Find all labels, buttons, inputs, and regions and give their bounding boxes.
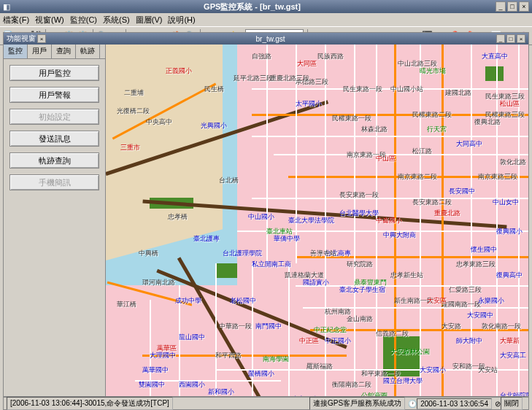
map-label: 大安區 — [427, 296, 447, 306]
map-label: 台北橋 — [219, 176, 239, 185]
street — [252, 136, 528, 137]
map-label: 仁愛路三段 — [449, 285, 482, 295]
map-label: 新和國小 — [208, 387, 234, 396]
map-label: 光興國小 — [201, 121, 227, 131]
menu-file[interactable]: 檔案(F) — [3, 15, 29, 26]
map-label: 華江橋 — [117, 300, 136, 309]
map-canvas: 自強路正義國小太平國小大同區光興國小三重市中央高中台北護理學院延平北路三段民權東… — [106, 45, 528, 396]
map-label: 重慶北路 — [434, 209, 460, 218]
map-label: 研究院路 — [347, 260, 373, 269]
map-label: 大安路 — [442, 322, 461, 331]
park — [215, 263, 237, 278]
map-label: 建國北路 — [445, 88, 471, 98]
map-label: 松江路 — [412, 147, 432, 156]
status-close[interactable]: 關閉 — [501, 397, 523, 410]
map-label: 衡陽南路二段 — [332, 380, 371, 390]
map-label: 中興大附商 — [383, 231, 416, 240]
content-area: 監控用戶查詢軌跡 用戶監控用戶警報初始設定發送訊息軌跡查詢手機簡訊 — [4, 45, 528, 396]
sidebar-button-0[interactable]: 用戶監控 — [9, 65, 99, 81]
minimize-button[interactable]: _ — [496, 1, 506, 12]
map-label: 台北醫學大學 — [339, 209, 379, 218]
sidebar-button-4[interactable]: 軌跡查詢 — [9, 152, 99, 169]
map-label: 大安國小 — [420, 365, 446, 375]
map-label: 臺北車站 — [266, 227, 293, 236]
menu-window[interactable]: 視窗(W) — [35, 15, 64, 26]
sub-window: 功能視窗 × br_tw.gst _ □ × 監控用戶查詢軌跡 用戶監控用戶警報… — [3, 32, 529, 397]
map-label: 老松國中 — [230, 296, 256, 306]
app-icon: ◧ — [3, 2, 10, 12]
maximize-button[interactable]: □ — [507, 1, 517, 12]
tab-1[interactable]: 用戶 — [28, 45, 52, 58]
sub-maximize-button[interactable]: □ — [506, 34, 515, 43]
map-label: 南京東路三段 — [478, 172, 517, 182]
map-label: 和平西路 — [215, 351, 242, 360]
map-label: 中山女中 — [493, 198, 519, 207]
map-label: 自強路 — [252, 52, 271, 61]
sidebar-button-1[interactable]: 用戶警報 — [9, 87, 99, 103]
status-message: [2006-11-03 13:06:44]-30015,命令發送成功[TCP] — [7, 397, 173, 410]
map-label: 中崙國小 — [376, 216, 402, 225]
map-label: 中正國小 — [325, 336, 351, 346]
map-label: 敦化南路一段 — [482, 322, 521, 331]
map-label: 重慶北路三段 — [270, 74, 309, 83]
map-label: 中正區 — [299, 336, 319, 346]
map-label: 林森北路 — [361, 125, 388, 134]
street — [288, 263, 290, 396]
map-label: 大安高工 — [500, 351, 526, 360]
tab-2[interactable]: 查詢 — [52, 45, 76, 58]
map-viewport[interactable]: 自強路正義國小太平國小大同區光興國小三重市中央高中台北護理學院延平北路三段民權東… — [106, 45, 528, 396]
map-label: 民生東路一段 — [343, 85, 382, 94]
sidebar-button-3[interactable]: 發送訊息 — [9, 131, 99, 147]
map-label: 大同高中 — [456, 139, 482, 149]
map-label: 大安站 — [478, 365, 498, 375]
map-label: 台北護理學院 — [223, 249, 262, 258]
sidebar-button-2: 初始設定 — [9, 109, 99, 125]
menu-help[interactable]: 說明(H) — [168, 15, 195, 26]
menubar: 檔案(F) 視窗(W) 監控(C) 系統(S) 圖層(V) 說明(H) — [0, 13, 532, 26]
tab-0[interactable]: 監控 — [4, 45, 28, 58]
document-title: br_tw.gst — [46, 35, 495, 43]
map-label: 凱達格蘭大道 — [285, 271, 324, 280]
map-label: 環河南北路 — [142, 278, 175, 287]
sub-close-button[interactable]: × — [517, 34, 525, 43]
street — [420, 45, 421, 396]
street — [296, 285, 528, 287]
map-label: 中央高中 — [146, 117, 172, 127]
map-label: 雙園國中 — [139, 380, 165, 390]
map-label: 中正紀念堂 — [314, 325, 347, 335]
map-label: 臺北女子學生宿 — [339, 285, 385, 295]
menu-layer[interactable]: 圖層(V) — [136, 15, 163, 26]
close-button[interactable]: × — [519, 1, 529, 12]
map-label: 西園國小 — [179, 380, 205, 390]
map-label: 建國南路一段 — [442, 300, 481, 309]
map-label: 長安東路一段 — [339, 190, 379, 200]
map-label: 中山區 — [376, 154, 396, 163]
sidebar: 監控用戶查詢軌跡 用戶監控用戶警報初始設定發送訊息軌跡查詢手機簡訊 — [4, 45, 106, 396]
map-label: 復興北路 — [474, 117, 501, 127]
map-label: 龍山國中 — [179, 333, 205, 342]
map-label: 永樂國小 — [478, 296, 504, 306]
map-label: 台北師院附小 — [500, 391, 528, 396]
menu-system[interactable]: 系統(S) — [103, 15, 130, 26]
clock-icon: 🕐 — [408, 400, 417, 408]
titlebar: ◧ GPS監控系統 - [br_tw.gst] _ □ × — [0, 0, 532, 13]
tab-3[interactable]: 軌跡 — [76, 45, 100, 58]
map-label: 延平北路三段 — [234, 74, 273, 83]
sidebar-buttons: 用戶監控用戶警報初始設定發送訊息軌跡查詢手機簡訊 — [4, 59, 105, 196]
menu-monitor[interactable]: 監控(C) — [70, 15, 97, 26]
map-label: 大同區 — [297, 59, 317, 69]
map-label: 三重市 — [120, 143, 140, 152]
map-label: 懷生國中 — [471, 245, 497, 255]
map-label: 忠孝新生站 — [390, 271, 423, 280]
map-label: 太平國小 — [296, 99, 322, 109]
statusbar: [2006-11-03 13:06:44]-30015,命令發送成功[TCP] … — [3, 397, 529, 410]
sidebar-button-5: 手機簡訊 — [9, 174, 99, 190]
map-label: 忠孝東路三段 — [456, 260, 496, 269]
sub-minimize-button[interactable]: _ — [496, 34, 505, 43]
map-label: 民權東路二段 — [412, 110, 452, 120]
map-label: 民族西路 — [317, 52, 344, 61]
map-label: 萬華國中 — [142, 365, 169, 375]
panel-close-button[interactable]: × — [37, 34, 46, 43]
status-time: 2006-11-03 13:06:54 — [417, 398, 492, 409]
sidebar-tabs: 監控用戶查詢軌跡 — [4, 45, 105, 59]
